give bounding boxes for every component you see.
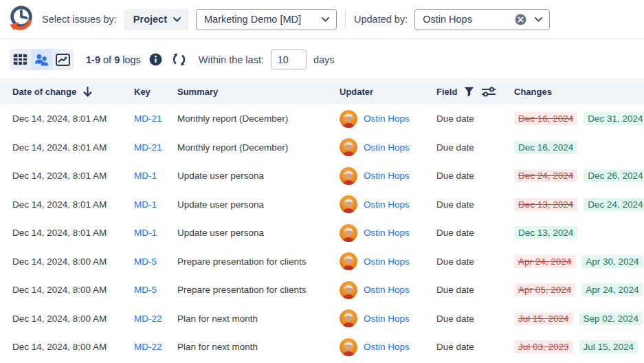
table-row: Dec 14, 2024, 8:01 AM MD-21 Monthly repo…	[0, 133, 644, 162]
within-last-label: Within the last:	[199, 54, 264, 65]
new-value-badge: Dec 16, 2024	[514, 141, 577, 154]
date-of-change-cell: Dec 14, 2024, 8:00 AM	[12, 285, 134, 295]
column-header-updater-label: Updater	[340, 87, 373, 97]
summary-cell: Plan for next month	[177, 314, 340, 324]
column-header-field: Field	[436, 87, 514, 97]
issue-key-link[interactable]: MD-22	[134, 314, 162, 324]
table-row: Dec 14, 2024, 8:01 AM MD-21 Monthly repo…	[0, 104, 644, 133]
project-select[interactable]: Marketing Demo [MD]	[196, 9, 337, 30]
updater-name-link[interactable]: Ostin Hops	[364, 199, 410, 210]
chevron-down-icon[interactable]	[535, 17, 542, 22]
days-input[interactable]	[271, 50, 307, 69]
field-cell: Due date	[436, 342, 514, 352]
date-of-change-cell: Dec 14, 2024, 8:01 AM	[12, 142, 134, 153]
issue-key-link[interactable]: MD-1	[134, 228, 157, 238]
clear-selection-icon[interactable]	[515, 14, 526, 25]
issue-key-link[interactable]: MD-22	[134, 342, 162, 352]
updater-name-link[interactable]: Ostin Hops	[364, 142, 410, 153]
updater-cell: Ostin Hops	[340, 110, 436, 128]
summary-cell: Update user persona	[177, 170, 340, 181]
user-avatar	[340, 224, 357, 242]
updater-cell: Ostin Hops	[340, 167, 436, 185]
updater-name-link[interactable]: Ostin Hops	[364, 228, 410, 238]
changes-cell: Dec 13, 2024 Dec 24, 2024	[514, 198, 644, 211]
project-select-value: Marketing Demo [MD]	[204, 14, 301, 25]
column-header-summary: Summary	[177, 87, 340, 97]
table-row: Dec 14, 2024, 8:00 AM MD-22 Plan for nex…	[0, 333, 644, 362]
user-avatar	[340, 338, 357, 356]
old-value-badge: Dec 13, 2024	[514, 198, 577, 211]
updater-cell: Ostin Hops	[340, 338, 436, 356]
old-value-badge: Jul 15, 2024	[514, 312, 573, 325]
logs-of: of	[100, 54, 114, 65]
updater-name-link[interactable]: Ostin Hops	[364, 113, 410, 124]
column-header-updater: Updater	[340, 87, 436, 97]
date-of-change-cell: Dec 14, 2024, 8:01 AM	[12, 170, 134, 181]
table-grid-icon	[13, 54, 27, 65]
date-of-change-cell: Dec 14, 2024, 8:01 AM	[12, 228, 134, 238]
new-value-badge: Dec 31, 2024	[584, 112, 644, 125]
field-cell: Due date	[436, 142, 514, 153]
filter-funnel-icon[interactable]	[464, 87, 474, 97]
changes-cell: Dec 24, 2024 Dec 26, 2024	[514, 169, 644, 182]
column-header-date-label: Date of change	[12, 87, 76, 97]
issue-key-link[interactable]: MD-5	[134, 285, 157, 295]
app-logo-clock-icon	[6, 4, 35, 34]
table-row: Dec 14, 2024, 8:00 AM MD-5 Prepare prese…	[0, 276, 644, 305]
changes-cell: Dec 16, 2024 Dec 31, 2024	[514, 112, 644, 125]
days-label: days	[313, 54, 335, 65]
user-avatar	[340, 309, 357, 327]
old-value-badge: Apr 24, 2024	[514, 255, 575, 268]
refresh-icon	[172, 52, 186, 67]
chart-view-button[interactable]	[52, 49, 74, 70]
old-value-badge: Dec 16, 2024	[514, 112, 577, 125]
changes-cell: Jul 15, 2024 Sep 02, 2024	[514, 312, 644, 325]
issue-key-link[interactable]: MD-5	[134, 256, 157, 267]
logs-unit: logs	[120, 54, 141, 65]
table-view-button[interactable]	[10, 49, 31, 70]
updater-name-link[interactable]: Ostin Hops	[364, 314, 410, 324]
user-avatar	[340, 252, 357, 270]
new-value-badge: Apr 24, 2024	[581, 283, 643, 296]
old-value-badge: Apr 05, 2024	[514, 283, 575, 296]
changes-cell: Jul 03, 2023 Jul 15, 2024	[514, 340, 644, 353]
updater-name-link[interactable]: Ostin Hops	[364, 342, 410, 352]
issue-key-link[interactable]: MD-21	[134, 142, 162, 153]
user-avatar	[340, 138, 357, 156]
table-row: Dec 14, 2024, 8:01 AM MD-1 Update user p…	[0, 219, 644, 248]
scope-select-value: Project	[133, 14, 167, 25]
filter-settings-icon[interactable]	[481, 87, 496, 97]
new-value-badge: Dec 24, 2024	[584, 198, 644, 211]
old-value-badge: Jul 03, 2023	[514, 340, 573, 353]
date-of-change-cell: Dec 14, 2024, 8:00 AM	[12, 256, 134, 267]
changes-cell: Apr 05, 2024 Apr 24, 2024	[514, 283, 644, 296]
users-view-button[interactable]	[31, 49, 52, 70]
info-button[interactable]	[148, 52, 164, 68]
date-of-change-cell: Dec 14, 2024, 8:00 AM	[12, 314, 134, 324]
table-row: Dec 14, 2024, 8:01 AM MD-1 Update user p…	[0, 162, 644, 190]
updater-cell: Ostin Hops	[340, 252, 436, 270]
updater-name-link[interactable]: Ostin Hops	[364, 256, 410, 267]
issue-key-link[interactable]: MD-1	[134, 170, 157, 181]
issue-key-link[interactable]: MD-21	[134, 113, 162, 124]
scope-select[interactable]: Project	[124, 9, 189, 30]
old-value-badge: Dec 24, 2024	[514, 169, 577, 182]
column-header-date[interactable]: Date of change	[12, 87, 134, 97]
updater-name-link[interactable]: Ostin Hops	[364, 285, 410, 295]
chevron-down-icon	[173, 17, 181, 22]
refresh-button[interactable]	[171, 52, 188, 68]
trend-chart-icon	[56, 54, 70, 66]
updater-name-link[interactable]: Ostin Hops	[364, 170, 410, 181]
logs-range: 1-9	[86, 54, 100, 65]
issue-key-link[interactable]: MD-1	[134, 199, 157, 210]
select-issues-by-label: Select issues by:	[42, 14, 117, 25]
table-row: Dec 14, 2024, 8:00 AM MD-22 Plan for nex…	[0, 305, 644, 333]
divider	[345, 9, 346, 30]
updater-cell: Ostin Hops	[340, 224, 436, 242]
new-value-badge: Dec 13, 2024	[514, 226, 577, 239]
info-icon	[149, 53, 162, 66]
updated-by-select[interactable]: Ostin Hops	[414, 9, 550, 30]
table-header-row: Date of change Key Summary Updater Field	[0, 78, 644, 104]
changes-cell: Dec 16, 2024	[514, 141, 644, 154]
field-cell: Due date	[436, 113, 514, 124]
